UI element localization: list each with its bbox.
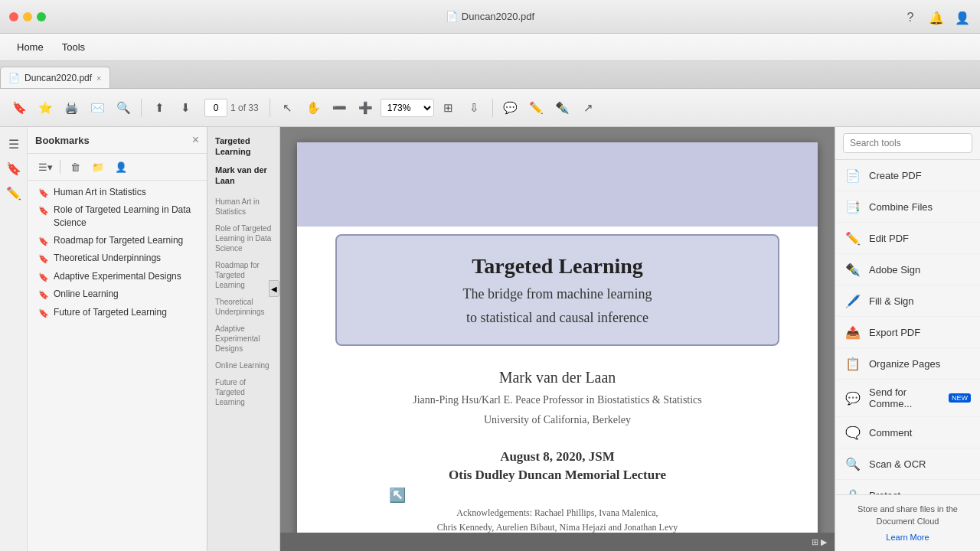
outline-section-8[interactable]: Future of Targeted Learning xyxy=(212,375,275,409)
bookmark-item-2[interactable]: 🔖 Roadmap for Targeted Learning xyxy=(28,232,207,249)
outline-section-0[interactable]: Targeted Learning xyxy=(212,133,275,160)
tool-export-pdf[interactable]: 📤 Export PDF xyxy=(835,317,980,348)
window-title: 📄 Duncan2020.pdf xyxy=(446,11,534,22)
pdf-affiliation-line1: Jiann-Ping Hsu/Karl E. Peace Professor i… xyxy=(413,394,702,406)
notifications-icon[interactable]: 🔔 xyxy=(926,8,946,28)
bookmark-icon-4: 🔖 xyxy=(38,272,49,283)
bookmark-item-4[interactable]: 🔖 Adaptive Experimental Designs xyxy=(28,268,207,285)
scroll-mode-icon[interactable]: ⇩ xyxy=(463,97,486,119)
left-annotations-icon[interactable]: ✏️ xyxy=(3,182,24,204)
print-icon[interactable]: 🖨️ xyxy=(60,97,83,119)
right-panel-search xyxy=(835,127,980,160)
tab-label: Duncan2020.pdf xyxy=(24,73,92,83)
export-pdf-label: Export PDF xyxy=(869,327,920,338)
window-controls: ? 🔔 👤 xyxy=(900,8,972,28)
left-nav-icon[interactable]: ☰ xyxy=(3,133,24,155)
bookmark-delete-btn[interactable]: 🗑 xyxy=(65,158,85,175)
bookmarks-header: Bookmarks × xyxy=(28,127,207,154)
bookmark-item-5[interactable]: 🔖 Online Learning xyxy=(28,285,207,303)
hand-tool-icon[interactable]: ✋ xyxy=(302,97,325,119)
bookmark-icon-6: 🔖 xyxy=(38,308,49,319)
pdf-page: Targeted Learning The bridge from machin… xyxy=(297,142,818,551)
tool-send-comment[interactable]: 💬 Send for Comme... NEW xyxy=(835,380,980,417)
footer-text: Store and share files in the Document Cl… xyxy=(844,503,971,528)
bookmarks-panel: Bookmarks × ☰▾ 🗑 📁 👤 🔖 Human Art in Stat… xyxy=(28,127,207,551)
pdf-viewer[interactable]: Targeted Learning The bridge from machin… xyxy=(280,127,835,551)
outline-section-5[interactable]: Theoretical Underpinnings xyxy=(212,295,275,319)
pdf-subtitle-line2: to statistical and causal inference xyxy=(368,310,747,326)
tool-organize-pages[interactable]: 📋 Organize Pages xyxy=(835,348,980,380)
tool-create-pdf[interactable]: 📄 Create PDF xyxy=(835,160,980,191)
protect-icon: 🔒 xyxy=(844,487,861,494)
bookmarks-close-button[interactable]: × xyxy=(192,133,199,147)
star-icon[interactable]: ⭐ xyxy=(34,97,57,119)
outline-section-1[interactable]: Mark van der Laan xyxy=(212,162,275,189)
tool-combine-files[interactable]: 📑 Combine Files xyxy=(835,191,980,223)
create-pdf-icon: 📄 xyxy=(844,167,861,184)
tool-fill-sign[interactable]: 🖊️ Fill & Sign xyxy=(835,285,980,317)
bookmark-icon[interactable]: 🔖 xyxy=(8,97,31,119)
create-pdf-label: Create PDF xyxy=(869,170,922,181)
bookmark-label-0: Human Art in Statistics xyxy=(54,186,146,199)
adobe-sign-icon: ✒️ xyxy=(844,261,861,278)
pdf-ack-label: Acknowledgements: xyxy=(456,507,532,518)
bookmark-folder-btn[interactable]: 📁 xyxy=(88,158,108,175)
traffic-lights xyxy=(9,12,46,21)
edit-pdf-icon: ✏️ xyxy=(844,230,861,246)
search-icon[interactable]: 🔍 xyxy=(112,97,135,119)
tab-close-button[interactable]: × xyxy=(96,73,101,83)
zoom-out-icon[interactable]: ➖ xyxy=(328,97,351,119)
zoom-in-icon[interactable]: ➕ xyxy=(354,97,377,119)
help-icon[interactable]: ? xyxy=(900,8,920,28)
tool-protect[interactable]: 🔒 Protect xyxy=(835,480,980,494)
page-number-input[interactable] xyxy=(204,99,227,117)
pdf-date: August 8, 2020, JSM xyxy=(500,449,615,465)
tool-edit-pdf[interactable]: ✏️ Edit PDF xyxy=(835,223,980,254)
bookmark-item-0[interactable]: 🔖 Human Art in Statistics xyxy=(28,184,207,201)
tool-adobe-sign[interactable]: ✒️ Adobe Sign xyxy=(835,254,980,285)
pdf-lecture: Otis Dudley Duncan Memorial Lecture xyxy=(449,468,666,483)
learn-more-link[interactable]: Learn More xyxy=(844,531,971,544)
maximize-window-button[interactable] xyxy=(37,12,46,21)
bookmark-view-btn[interactable]: ☰▾ xyxy=(35,158,55,175)
bookmark-item-3[interactable]: 🔖 Theoretical Underpinnings xyxy=(28,249,207,267)
bookmark-item-1[interactable]: 🔖 Role of Targeted Learning in Data Scie… xyxy=(28,201,207,232)
menu-home[interactable]: Home xyxy=(8,38,53,56)
bookmark-item-6[interactable]: 🔖 Future of Targeted Learning xyxy=(28,304,207,321)
tab-pdf-icon: 📄 xyxy=(8,73,20,83)
prev-page-button[interactable]: ⬆ xyxy=(148,97,171,119)
tool-scan-ocr[interactable]: 🔍 Scan & OCR xyxy=(835,448,980,480)
outline-section-2[interactable]: Human Art in Statistics xyxy=(212,194,275,219)
next-page-button[interactable]: ⬇ xyxy=(174,97,197,119)
left-bookmarks-icon[interactable]: 🔖 xyxy=(3,158,24,179)
tool-comment[interactable]: 🗨️ Comment xyxy=(835,417,980,448)
left-sidebar: ☰ 🔖 ✏️ xyxy=(0,127,28,551)
outline-section-6[interactable]: Adaptive Experimental Designs xyxy=(212,321,275,356)
stamp-icon[interactable]: ✒️ xyxy=(551,97,574,119)
minimize-window-button[interactable] xyxy=(23,12,32,21)
zoom-select[interactable]: 173% 50% 75% 100% 125% 150% 200% 300% xyxy=(381,99,434,117)
outline-section-3[interactable]: Role of Targeted Learning in Data Scienc… xyxy=(212,221,275,256)
separator-2 xyxy=(270,99,270,117)
bookmarks-toolbar: ☰▾ 🗑 📁 👤 xyxy=(28,154,207,181)
close-window-button[interactable] xyxy=(9,12,18,21)
share-icon[interactable]: ↗ xyxy=(577,97,600,119)
bookmark-label-2: Roadmap for Targeted Learning xyxy=(54,234,183,247)
fit-page-icon[interactable]: ⊞ xyxy=(437,97,460,119)
outline-toggle-button[interactable]: ◀ xyxy=(269,280,279,297)
outline-section-7[interactable]: Online Learning xyxy=(212,358,275,373)
menu-tools[interactable]: Tools xyxy=(53,38,94,56)
annotate-icon[interactable]: ✏️ xyxy=(525,97,548,119)
bookmark-icon-3: 🔖 xyxy=(38,253,49,265)
outline-section-4[interactable]: Roadmap for Targeted Learning xyxy=(212,258,275,292)
fill-sign-icon: 🖊️ xyxy=(844,292,861,309)
adobe-sign-label: Adobe Sign xyxy=(869,264,920,276)
comment-toolbar-icon[interactable]: 💬 xyxy=(499,97,522,119)
account-icon[interactable]: 👤 xyxy=(952,8,972,28)
select-tool-icon[interactable]: ↖ xyxy=(276,97,299,119)
bookmark-add-btn[interactable]: 👤 xyxy=(111,158,131,175)
bookmark-label-5: Online Learning xyxy=(54,288,119,301)
search-tools-input[interactable] xyxy=(843,133,972,153)
email-icon[interactable]: ✉️ xyxy=(86,97,109,119)
tab-document[interactable]: 📄 Duncan2020.pdf × xyxy=(0,67,110,88)
